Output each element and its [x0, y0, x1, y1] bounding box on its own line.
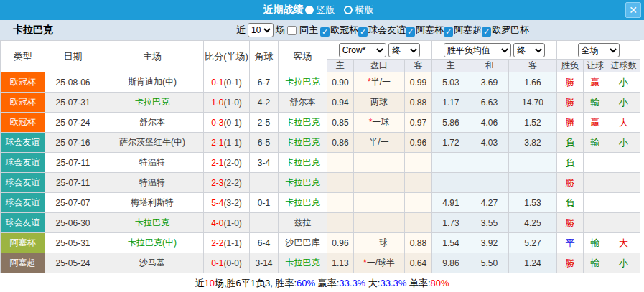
- league-checkbox[interactable]: ✓: [358, 27, 368, 37]
- popup-title: 近期战绩: [263, 4, 304, 17]
- same-home-checkbox[interactable]: [287, 26, 297, 35]
- result-goals: 小: [607, 93, 640, 113]
- match-row: 欧冠杯25-07-31卡拉巴克1-0(1-0)4-2舒尔本0.94两球0.881…: [1, 93, 640, 113]
- ah-home-odds: 0.86: [327, 133, 354, 153]
- league-filter-球会友谊: ✓球会友谊: [358, 24, 406, 35]
- summary-segment: 33.3%: [380, 278, 406, 288]
- corner-cell: [250, 173, 279, 193]
- ah-away-odds: 0.88: [405, 233, 432, 253]
- result-handicap: 輸: [584, 133, 607, 153]
- ah-home-odds: [327, 213, 354, 233]
- eu-home-odds: 9.86: [432, 253, 470, 273]
- fulltime-score: 2-3: [211, 178, 223, 188]
- layout-horizontal-label[interactable]: 横版: [355, 4, 374, 17]
- fulltime-score: 0-1: [211, 258, 223, 268]
- scope-select[interactable]: 全场: [578, 43, 620, 57]
- layout-vertical-label[interactable]: 竖版: [317, 4, 335, 17]
- away-team: 卡拉巴克: [279, 193, 327, 213]
- bookmaker-select[interactable]: Crow*: [339, 43, 386, 57]
- ah-away-odds: 0.96: [405, 133, 432, 153]
- score-cell: 0-1(0-1): [204, 72, 250, 93]
- result-handicap: 輸: [584, 93, 607, 113]
- ah-home-odds: 0.96: [327, 233, 354, 253]
- result-goals: 大: [607, 233, 640, 253]
- eu-away-odds: 1.66: [509, 72, 557, 93]
- result-wdl: 勝: [557, 93, 584, 113]
- result-goals: [607, 213, 640, 233]
- home-team: 卡拉巴克: [101, 213, 204, 233]
- eu-away-odds: [509, 173, 557, 193]
- summary-segment: 33.3%: [339, 278, 365, 288]
- ah-initial-final-select[interactable]: 终: [388, 43, 420, 57]
- date-cell: 25-07-24: [45, 113, 101, 133]
- col-header-type: 类型: [1, 41, 45, 72]
- ah-home-odds: 0.85: [327, 113, 354, 133]
- corner-cell: 3-14: [250, 253, 279, 273]
- halftime-score: (0-1): [224, 77, 242, 88]
- home-team: 斯肯迪加(中): [101, 72, 204, 93]
- away-team: 卡拉巴克: [279, 113, 327, 133]
- ah-line: *一/球半: [354, 253, 405, 273]
- summary-text: 近10场,胜6平1负3, 胜率:60% 赢率:33.3% 大:33.3% 单率:…: [195, 277, 449, 290]
- subheader-ah-away: 客: [405, 60, 432, 72]
- result-wdl: 勝: [557, 213, 584, 233]
- type-badge: 球会友谊: [1, 133, 45, 153]
- col-header-corner: 角球: [250, 41, 279, 72]
- halftime-score: (1-1): [224, 138, 242, 148]
- score-cell: 2-3(2-2): [204, 173, 250, 193]
- fulltime-score: 0-3: [211, 118, 223, 128]
- score-cell: 2-1(2-0): [204, 153, 250, 173]
- match-count-select[interactable]: 10: [248, 23, 274, 37]
- layout-vertical-radio[interactable]: [305, 6, 314, 14]
- league-checkbox[interactable]: ✓: [406, 27, 415, 37]
- score-cell: 0-3(0-1): [204, 113, 250, 133]
- result-goals: 小: [607, 253, 640, 273]
- ah-line: *一球: [354, 113, 405, 133]
- summary-segment: 近: [195, 278, 204, 288]
- ah-away-odds: [405, 193, 432, 213]
- match-row: 球会友谊25-07-11特温特2-1(2-0)3-4卡拉巴克負: [1, 153, 640, 173]
- league-label: 阿塞杯: [416, 24, 444, 35]
- fulltime-score: 1-0: [211, 98, 223, 108]
- league-filter-欧冠杯: ✓欧冠杯: [320, 24, 358, 35]
- result-wdl: 勝: [557, 253, 584, 273]
- popup-titlebar: 近期战绩 竖版 横版 ✕: [0, 0, 644, 20]
- halftime-score: (1-0): [224, 98, 242, 108]
- filter-bar: 卡拉巴克 近 10 场 同主 ✓欧冠杯✓球会友谊✓阿塞杯✓阿塞超✓欧罗巴杯: [0, 20, 644, 40]
- initial-odds-star-icon: *: [369, 117, 373, 127]
- ah-line: 半/一: [354, 133, 405, 153]
- league-checkbox[interactable]: ✓: [320, 27, 330, 37]
- score-cell: 0-1(0-0): [204, 253, 250, 273]
- eu-initial-final-select[interactable]: 终: [513, 43, 545, 57]
- away-team: 卡拉巴克: [279, 133, 327, 153]
- close-icon[interactable]: ✕: [625, 2, 641, 18]
- ah-line: 一球: [354, 233, 405, 253]
- layout-horizontal-radio[interactable]: [344, 6, 353, 14]
- halftime-score: (0-0): [224, 258, 242, 268]
- result-wdl: 負: [557, 193, 584, 213]
- result-goals: [607, 153, 640, 173]
- corner-cell: 0-1: [250, 193, 279, 213]
- match-history-table: 类型 日期 主场 比分(半场) 角球 客场 Crow* 终 胜平负均值 终 全场…: [0, 40, 640, 273]
- type-badge: 球会友谊: [1, 213, 45, 233]
- fulltime-score: 2-1: [211, 138, 223, 148]
- result-handicap: [584, 173, 607, 193]
- ah-away-odds: 0.88: [405, 93, 432, 113]
- team-name: 卡拉巴克: [13, 24, 53, 37]
- league-checkbox[interactable]: ✓: [482, 27, 491, 37]
- league-checkbox[interactable]: ✓: [444, 27, 453, 37]
- eu-away-odds: 4.25: [509, 213, 557, 233]
- score-cell: 1-0(1-0): [204, 93, 250, 113]
- asian-handicap-group-header: Crow* 终: [327, 41, 432, 60]
- ah-home-odds: 1.13: [327, 253, 354, 273]
- avg-odds-select[interactable]: 胜平负均值: [444, 43, 511, 57]
- home-team: 萨尔茨堡红牛(中): [101, 133, 204, 153]
- type-badge: 球会友谊: [1, 193, 45, 213]
- ah-line: *半/一: [354, 72, 405, 93]
- league-label: 阿塞超: [454, 24, 482, 35]
- away-team: 卡拉巴克: [279, 72, 327, 93]
- result-wdl: 平: [557, 233, 584, 253]
- league-filter-阿塞杯: ✓阿塞杯: [406, 24, 444, 35]
- summary-bar: 近10场,胜6平1负3, 胜率:60% 赢率:33.3% 大:33.3% 单率:…: [0, 273, 644, 292]
- eu-away-odds: 14.70: [509, 93, 557, 113]
